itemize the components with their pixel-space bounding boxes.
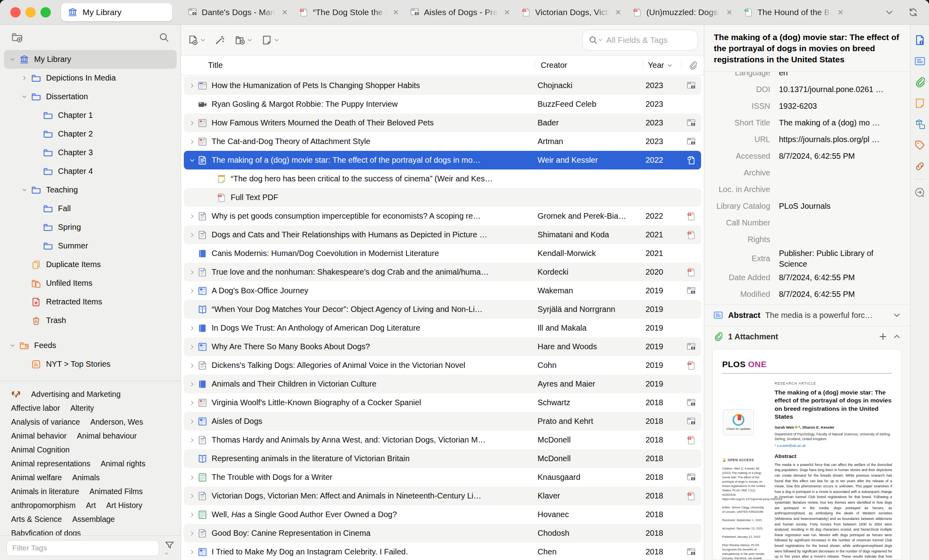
add-attachment-button[interactable] xyxy=(234,35,252,46)
item-info-icon[interactable] xyxy=(914,34,926,46)
tag[interactable]: Analysis of variance xyxy=(11,418,80,427)
sidebar-item-my-library[interactable]: My Library xyxy=(4,50,177,69)
tag[interactable]: Animated Films xyxy=(89,487,143,496)
item-twisty-icon[interactable] xyxy=(188,474,197,481)
notes-section-icon[interactable] xyxy=(914,97,926,109)
item-row[interactable]: The making of a (dog) movie star: The ef… xyxy=(184,151,701,169)
item-row[interactable]: Victorian Dogs, Victorian Men: Affect an… xyxy=(184,487,701,505)
tab-close-icon[interactable]: × xyxy=(725,8,734,17)
item-twisty-icon[interactable] xyxy=(188,288,197,294)
sidebar-item-unfiled-items[interactable]: Unfiled Items xyxy=(4,274,177,293)
item-row[interactable]: How Famous Writers Mourned the Death of … xyxy=(184,114,701,132)
tab-4[interactable]: Victorian Dogs, Victo× xyxy=(516,0,627,25)
attachments-section-header[interactable]: 1 Attachment xyxy=(704,326,910,347)
item-row[interactable]: Dickens's Talking Dogs: Allegories of An… xyxy=(184,356,701,375)
item-row[interactable]: I Tried to Make My Dog an Instagram Cele… xyxy=(184,543,701,560)
item-twisty-icon[interactable] xyxy=(188,437,197,443)
item-row[interactable]: True love and the nonhuman: Shakespeare'… xyxy=(184,263,701,281)
item-row[interactable]: Dogs and Cats and Their Relationships wi… xyxy=(184,225,701,244)
tag[interactable]: Animal rights xyxy=(100,459,145,468)
abstract-section-icon[interactable] xyxy=(914,55,926,67)
item-row[interactable]: A Dog's Box-Office JourneyWakeman2019 xyxy=(184,281,701,300)
sidebar-item-chapter-1[interactable]: Chapter 1 xyxy=(4,106,177,125)
item-twisty-icon[interactable] xyxy=(188,232,197,238)
tag[interactable]: Assemblage xyxy=(72,515,115,524)
tag[interactable]: Babyfication of dogs xyxy=(11,529,81,535)
search-icon[interactable] xyxy=(588,35,603,45)
attachments-collapse-chevron-icon[interactable] xyxy=(892,332,901,341)
item-twisty-icon[interactable] xyxy=(188,512,197,518)
tab-my-library[interactable]: My Library xyxy=(61,3,172,21)
sidebar-item-nyt-top-stories[interactable]: NYT > Top Stories xyxy=(4,355,177,373)
item-row[interactable]: Thomas Hardy and Animals by Anna West, a… xyxy=(184,431,701,449)
field-value[interactable]: 8/7/2024, 6:42:55 PM xyxy=(779,289,910,300)
item-twisty-icon[interactable] xyxy=(188,381,197,387)
tag[interactable]: Animal Cognition xyxy=(11,445,69,454)
search-input[interactable] xyxy=(605,35,692,45)
sidebar-item-fall[interactable]: Fall xyxy=(4,199,177,218)
item-row[interactable]: Virginia Woolf's Little-Known Biography … xyxy=(184,393,701,412)
sidebar-item-chapter-4[interactable]: Chapter 4 xyxy=(4,162,177,181)
sync-icon[interactable] xyxy=(908,7,919,18)
sidebar-item-dissertation[interactable]: Dissertation xyxy=(4,87,177,106)
new-item-button[interactable] xyxy=(187,35,206,46)
tab-list-chevron-icon[interactable] xyxy=(885,8,894,17)
item-child-row[interactable]: Full Text PDF xyxy=(184,188,701,207)
item-row[interactable]: The Cat-and-Dog Theory of Attachment Sty… xyxy=(184,132,701,151)
twisty-icon[interactable] xyxy=(6,56,18,62)
column-header-creator[interactable]: Creator xyxy=(535,61,643,70)
field-value[interactable]: Publisher: Public Library of Science xyxy=(779,248,910,269)
add-by-identifier-button[interactable] xyxy=(214,35,226,46)
tag[interactable]: Animal behaviour xyxy=(77,431,137,441)
item-row[interactable]: Aisles of DogsPrato and Kehrt2018 xyxy=(184,412,701,431)
search-box[interactable] xyxy=(582,30,698,50)
item-row[interactable]: Ryan Gosling & Margot Robbie: The Puppy … xyxy=(184,95,701,114)
item-row[interactable]: “When Your Dog Matches Your Decor”: Obje… xyxy=(184,300,701,319)
item-row[interactable]: Animals and Their Children in Victorian … xyxy=(184,375,701,393)
column-header-title[interactable]: Title xyxy=(181,61,535,70)
column-header-attachment[interactable] xyxy=(681,61,704,70)
item-row[interactable]: In Dogs We Trust: An Anthology of Americ… xyxy=(184,319,701,337)
tab-1[interactable]: Dante's Dogs - Mang× xyxy=(183,0,294,25)
tag[interactable]: Affective labor xyxy=(11,404,60,413)
new-collection-button[interactable] xyxy=(11,31,23,43)
add-attachment-plus-icon[interactable] xyxy=(878,332,888,341)
sidebar-item-duplicate-items[interactable]: Duplicate Items xyxy=(4,255,177,274)
sidebar-item-chapter-3[interactable]: Chapter 3 xyxy=(4,143,177,162)
tag[interactable]: 🐶 xyxy=(11,390,21,399)
related-section-icon[interactable] xyxy=(914,160,926,172)
tab-2[interactable]: “The Dog Stole the P× xyxy=(294,0,405,25)
item-row[interactable]: Good Boy: Canine Representation in Cinem… xyxy=(184,524,701,543)
collection-search-icon[interactable] xyxy=(158,32,170,43)
field-value[interactable]: https://journals.plos.org/pl … xyxy=(779,134,910,145)
item-row[interactable]: How the Humanization of Pets Is Changing… xyxy=(184,76,701,95)
tab-6[interactable]: The Hound of the Ba× xyxy=(738,0,850,25)
tag[interactable]: Art History xyxy=(106,501,143,510)
tag[interactable]: Animal behavior xyxy=(11,431,67,441)
column-header-year[interactable]: Year xyxy=(643,61,681,70)
sidebar-item-chapter-2[interactable]: Chapter 2 xyxy=(4,125,177,143)
tag[interactable]: Animal representations xyxy=(11,459,90,468)
twisty-icon[interactable] xyxy=(18,187,30,193)
item-twisty-icon[interactable] xyxy=(188,83,197,89)
tab-5[interactable]: (Un)muzzled: Dogs i× xyxy=(627,0,738,25)
field-value[interactable]: en xyxy=(779,72,910,79)
attachments-section-icon[interactable] xyxy=(914,76,926,88)
locate-icon[interactable] xyxy=(914,187,926,198)
tag[interactable]: Advertising and Marketing xyxy=(31,390,120,399)
item-twisty-icon[interactable] xyxy=(188,120,197,126)
tab-close-icon[interactable]: × xyxy=(503,8,511,17)
tag[interactable]: Animals in literature xyxy=(11,487,79,496)
item-twisty-icon[interactable] xyxy=(188,418,197,425)
sidebar-item-feeds[interactable]: Feeds xyxy=(4,336,177,355)
pdf-preview-card[interactable]: PLOSONE Check for updates 🔓 OPEN ACCESS … xyxy=(712,349,902,560)
item-twisty-icon[interactable] xyxy=(188,530,197,537)
zoom-window-button[interactable] xyxy=(40,7,51,17)
item-twisty-icon[interactable] xyxy=(188,344,197,350)
tab-3[interactable]: Aisles of Dogs - Prat× xyxy=(405,0,516,25)
tab-close-icon[interactable]: × xyxy=(391,8,400,17)
minimize-window-button[interactable] xyxy=(25,7,36,17)
item-twisty-icon[interactable] xyxy=(188,139,197,145)
item-row[interactable]: The Trouble with Dogs for a WriterKnausg… xyxy=(184,468,701,487)
tag[interactable]: anthropomorphism xyxy=(11,501,76,510)
